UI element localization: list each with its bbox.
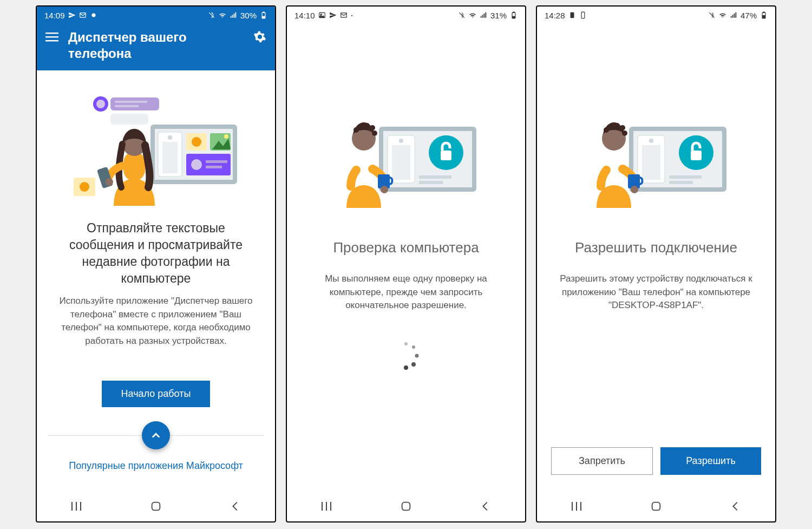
mail-icon — [79, 11, 87, 19]
deny-button[interactable]: Запретить — [551, 447, 653, 475]
nav-back[interactable] — [217, 500, 254, 512]
nav-back[interactable] — [717, 500, 755, 512]
svg-rect-52 — [441, 151, 451, 160]
svg-point-85 — [604, 127, 609, 133]
image-icon — [318, 11, 326, 19]
mail-icon — [340, 11, 348, 19]
svg-rect-69 — [402, 502, 410, 511]
svg-rect-73 — [763, 12, 764, 12]
wifi-icon — [219, 11, 226, 19]
body-text: Мы выполняем еще одну проверку на компью… — [298, 272, 514, 312]
svg-point-87 — [614, 123, 620, 128]
content: Отправляйте текстовые сообщения и просма… — [37, 70, 275, 491]
battery-icon — [260, 11, 267, 19]
illustration — [298, 89, 514, 213]
svg-point-56 — [364, 123, 370, 128]
svg-rect-30 — [123, 152, 145, 181]
svg-point-39 — [320, 14, 322, 15]
battery-icon — [510, 11, 518, 19]
heading: Проверка компьютера — [328, 235, 484, 265]
svg-rect-20 — [206, 160, 227, 163]
screen-1: 14:09 30% Диспетчер вашего телефона — [36, 5, 276, 523]
android-navbar — [37, 491, 275, 521]
svg-rect-5 — [45, 32, 58, 34]
svg-point-91 — [631, 186, 638, 193]
send-icon — [329, 11, 337, 19]
svg-rect-42 — [513, 12, 514, 12]
svg-point-47 — [399, 139, 403, 143]
battery-icon — [760, 11, 768, 19]
nav-home[interactable] — [137, 500, 175, 512]
status-time: 14:28 — [545, 11, 565, 20]
svg-point-25 — [96, 100, 105, 108]
android-navbar — [287, 491, 525, 521]
svg-rect-49 — [419, 175, 451, 179]
body-text: Разрешить этому устройству подключаться … — [548, 272, 764, 312]
nav-recent[interactable] — [307, 501, 345, 512]
svg-point-17 — [224, 134, 228, 139]
svg-point-14 — [192, 137, 201, 147]
svg-rect-28 — [115, 105, 139, 107]
wifi-icon — [469, 11, 476, 19]
svg-point-55 — [359, 124, 364, 129]
screen-3: 14:28 47% — [536, 5, 776, 523]
svg-rect-95 — [652, 502, 660, 511]
svg-rect-80 — [669, 175, 702, 179]
app-title: Диспетчер вашего телефона — [68, 29, 244, 62]
svg-rect-4 — [263, 16, 265, 18]
appbar: Диспетчер вашего телефона — [37, 24, 275, 70]
heading: Отправляйте текстовые сообщения и просма… — [48, 217, 264, 295]
svg-point-78 — [649, 139, 653, 143]
svg-rect-79 — [642, 145, 660, 180]
svg-point-65 — [404, 365, 408, 370]
svg-rect-48 — [392, 145, 410, 180]
menu-icon[interactable] — [44, 29, 60, 44]
nav-recent[interactable] — [57, 501, 95, 512]
statusbar: 14:28 47% — [537, 6, 775, 24]
nav-recent[interactable] — [558, 501, 595, 512]
illustration — [48, 70, 264, 217]
svg-point-54 — [353, 127, 359, 133]
send-icon — [68, 11, 76, 19]
svg-point-11 — [168, 135, 172, 140]
svg-point-19 — [191, 159, 202, 170]
nav-home[interactable] — [387, 500, 425, 512]
svg-rect-50 — [419, 181, 443, 184]
mute-icon — [208, 11, 215, 19]
heading: Разрешить подключение — [569, 235, 743, 265]
status-time: 14:09 — [44, 11, 65, 20]
svg-point-1 — [91, 14, 95, 17]
allow-button[interactable]: Разрешить — [660, 447, 761, 475]
sim-icon — [568, 11, 576, 19]
content: Проверка компьютера Мы выполняем еще одн… — [287, 24, 525, 491]
mute-icon — [458, 11, 466, 19]
popular-apps-link[interactable]: Популярные приложения Майкрософт — [69, 460, 243, 472]
svg-point-89 — [622, 130, 627, 136]
nav-back[interactable] — [467, 500, 505, 512]
svg-rect-37 — [152, 502, 160, 511]
svg-rect-6 — [45, 36, 58, 38]
svg-point-61 — [404, 342, 408, 345]
expand-button[interactable] — [142, 421, 170, 449]
svg-rect-83 — [691, 151, 702, 160]
svg-point-23 — [80, 182, 89, 192]
signal-icon — [480, 11, 487, 19]
svg-point-62 — [412, 345, 415, 349]
settings-icon[interactable] — [252, 29, 267, 44]
svg-rect-74 — [763, 16, 765, 18]
signal-icon — [730, 11, 737, 19]
illustration — [548, 89, 764, 213]
status-time: 14:10 — [294, 11, 315, 20]
android-navbar — [537, 491, 775, 521]
svg-point-86 — [609, 124, 614, 129]
svg-point-63 — [415, 354, 419, 358]
svg-rect-21 — [206, 166, 222, 168]
svg-rect-71 — [581, 12, 585, 18]
svg-point-64 — [411, 362, 416, 367]
svg-rect-26 — [110, 97, 159, 110]
expand-section: Популярные приложения Майкрософт — [48, 421, 264, 472]
svg-rect-70 — [570, 12, 574, 18]
get-started-button[interactable]: Начало работы — [102, 381, 211, 407]
nav-home[interactable] — [637, 500, 675, 512]
svg-point-60 — [381, 186, 388, 193]
